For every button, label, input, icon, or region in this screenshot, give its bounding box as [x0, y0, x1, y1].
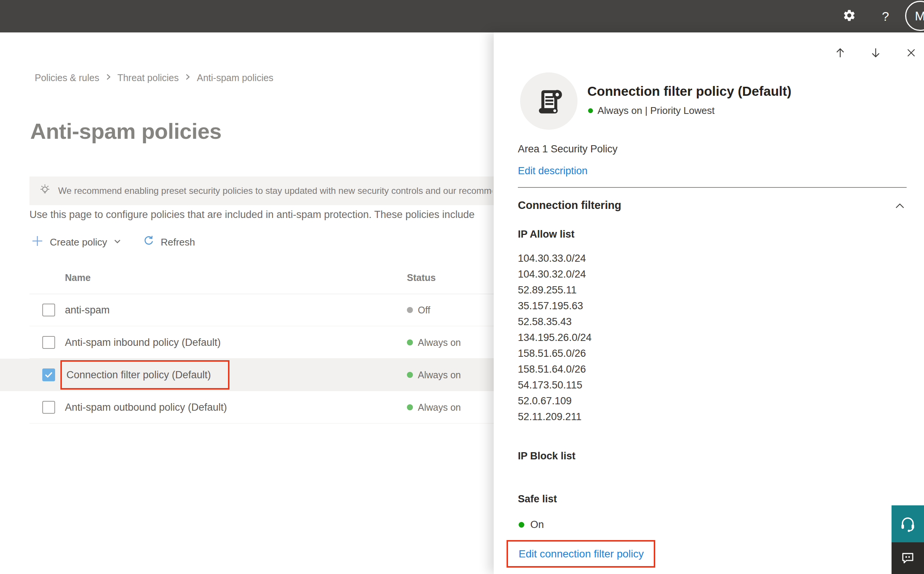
close-icon: [905, 47, 917, 59]
page-title: Anti-spam policies: [30, 118, 222, 144]
refresh-label: Refresh: [161, 237, 195, 248]
policy-name-link[interactable]: Anti-spam outbound policy (Default): [65, 391, 227, 424]
create-policy-label: Create policy: [50, 237, 107, 248]
status-label: Always on: [418, 402, 461, 413]
status-cell: Always on: [407, 391, 461, 424]
panel-status-line: Always on | Priority Lowest: [588, 105, 715, 117]
arrow-up-icon: [834, 46, 846, 59]
ip-entry: 52.11.209.211: [518, 409, 592, 425]
breadcrumb-policies-rules[interactable]: Policies & rules: [35, 73, 99, 84]
ip-entry: 54.173.50.115: [518, 377, 592, 393]
ip-block-list-label: IP Block list: [518, 450, 576, 462]
ip-entry: 134.195.26.0/24: [518, 330, 592, 345]
ip-entry: 158.51.64.0/26: [518, 361, 592, 377]
refresh-button[interactable]: Refresh: [143, 235, 195, 250]
toolbar: Create policy Refresh: [31, 233, 195, 251]
policy-name-link[interactable]: anti-spam: [65, 294, 110, 326]
panel-divider: [518, 187, 907, 188]
help-button[interactable]: ?: [871, 0, 900, 32]
status-dot-on: [588, 108, 593, 113]
row-checkbox[interactable]: [42, 304, 55, 316]
headset-icon: [899, 515, 917, 533]
scroll-icon: [533, 85, 565, 117]
status-label: Always on: [418, 370, 461, 380]
details-flyout-panel: Connection filter policy (Default) Alway…: [494, 32, 924, 574]
top-app-bar: ? M: [0, 0, 924, 32]
breadcrumb-chevron-icon: [105, 73, 111, 84]
annotation-highlight-box: Edit connection filter policy: [506, 540, 655, 568]
page-description: Use this page to configure policies that…: [29, 209, 494, 221]
breadcrumb-threat-policies[interactable]: Threat policies: [117, 73, 179, 84]
status-dot-off: [407, 307, 413, 313]
ip-allow-list-label: IP Allow list: [518, 229, 574, 240]
status-label: Off: [418, 305, 430, 316]
panel-status-text: Always on | Priority Lowest: [598, 105, 715, 117]
column-header-name[interactable]: Name: [65, 272, 90, 283]
chevron-up-icon: [894, 200, 906, 212]
status-cell: Always on: [407, 326, 461, 359]
row-checkbox-checked[interactable]: [42, 369, 55, 381]
create-policy-button[interactable]: Create policy: [31, 235, 122, 250]
status-dot-on: [407, 372, 413, 378]
ip-entry: 52.58.35.43: [518, 314, 592, 330]
previous-item-button[interactable]: [831, 44, 849, 62]
feedback-button[interactable]: [892, 542, 924, 574]
safe-list-label: Safe list: [518, 493, 557, 505]
refresh-icon: [143, 235, 155, 250]
lightbulb-icon: [38, 184, 51, 198]
close-panel-button[interactable]: [902, 44, 920, 62]
banner-text: We recommend enabling preset security po…: [58, 186, 492, 196]
settings-button[interactable]: [835, 0, 864, 32]
breadcrumb: Policies & rules Threat policies Anti-sp…: [35, 73, 273, 84]
safe-list-status-text: On: [530, 519, 544, 531]
ip-entry: 104.30.32.0/24: [518, 266, 592, 282]
status-dot-on: [519, 522, 524, 528]
avatar-initial: M: [915, 9, 924, 24]
annotation-highlight-box: Connection filter policy (Default): [60, 360, 229, 390]
arrow-down-icon: [869, 46, 882, 59]
policy-icon-circle: [520, 73, 578, 130]
edit-connection-filter-policy-link[interactable]: Edit connection filter policy: [519, 548, 644, 560]
policy-name-link[interactable]: Anti-spam inbound policy (Default): [65, 326, 221, 359]
ip-entry: 158.51.65.0/26: [518, 345, 592, 361]
ip-entry: 52.0.67.109: [518, 393, 592, 409]
row-checkbox[interactable]: [42, 401, 55, 414]
column-header-status[interactable]: Status: [407, 272, 435, 283]
gear-icon: [842, 9, 856, 24]
policy-description: Area 1 Security Policy: [518, 144, 617, 155]
ip-entry: 35.157.195.63: [518, 298, 592, 314]
support-button[interactable]: [892, 505, 924, 542]
policy-name-link[interactable]: Connection filter policy (Default): [66, 369, 211, 381]
status-label: Always on: [418, 337, 461, 348]
plus-icon: [31, 235, 44, 250]
panel-nav: [831, 44, 920, 62]
collapse-section-button[interactable]: [894, 200, 906, 213]
section-connection-filtering[interactable]: Connection filtering: [518, 199, 621, 211]
status-cell: Always on: [407, 359, 461, 391]
ip-allow-list: 104.30.33.0/24 104.30.32.0/24 52.89.255.…: [518, 251, 592, 425]
ip-entry: 52.89.255.11: [518, 282, 592, 298]
check-icon: [44, 370, 54, 380]
feedback-icon: [900, 550, 916, 566]
breadcrumb-chevron-icon: [185, 73, 191, 84]
status-dot-on: [407, 404, 413, 410]
breadcrumb-current-page: Anti-spam policies: [197, 73, 273, 84]
next-item-button[interactable]: [867, 44, 885, 62]
ip-entry: 104.30.33.0/24: [518, 251, 592, 266]
panel-title: Connection filter policy (Default): [587, 84, 904, 99]
chevron-down-icon: [113, 237, 122, 248]
avatar[interactable]: M: [905, 1, 924, 31]
status-dot-on: [407, 339, 413, 345]
safe-list-status: On: [519, 519, 544, 531]
edit-description-link[interactable]: Edit description: [518, 165, 588, 177]
row-checkbox[interactable]: [42, 336, 55, 349]
help-icon: ?: [882, 9, 889, 24]
status-cell: Off: [407, 294, 430, 326]
